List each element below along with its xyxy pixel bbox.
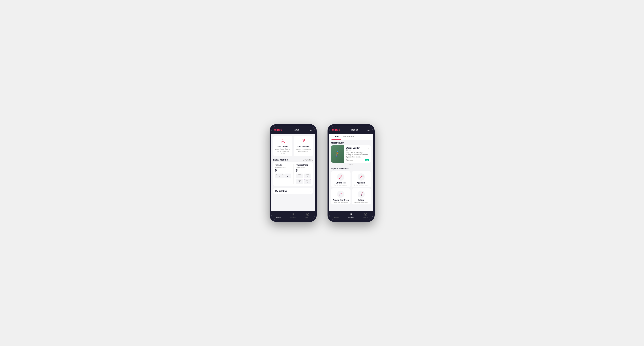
rounds-capture-label: Rounds Capture	[275, 167, 291, 168]
action-cards: Add Round Record your shots in fast or e…	[272, 134, 315, 158]
view-activity-link[interactable]: View Activity	[303, 159, 313, 161]
drill-card-wedge[interactable]: 🏌️ Wedge Ladder 50–100 yds Play 1 shot a…	[331, 145, 371, 163]
skill-name-ott: Off The Tee	[336, 182, 346, 184]
putting-icon	[357, 190, 365, 198]
svg-point-22	[360, 178, 360, 179]
drill-shots: 9 shots	[346, 159, 353, 161]
nav-home-p2[interactable]: ⌂ Home	[329, 213, 344, 218]
content-practice: Most Popular 🏌️ Wedge Ladder 50–100 yds …	[329, 140, 373, 211]
add-practice-desc: Capture your practice off-the-course	[295, 148, 312, 152]
add-round-card[interactable]: Add Round Record your shots in fast or e…	[273, 136, 292, 156]
nav-capture-p2[interactable]: Capture	[358, 213, 373, 218]
skill-approach[interactable]: Approach Dial-in to hit the green	[352, 171, 371, 187]
off-the-tee-icon	[337, 173, 345, 181]
nav-capture[interactable]: Capture	[300, 213, 315, 218]
app-value: 4	[305, 175, 310, 178]
skill-desc-approach: Dial-in to hit the green	[354, 184, 368, 186]
stats-box: Rounds Rounds Capture 0 Tournament 0 Pra…	[273, 162, 313, 186]
skill-name-arg: Around The Green	[333, 199, 349, 201]
nav-activities-label-p2: Activities	[348, 216, 354, 218]
svg-point-26	[337, 190, 344, 198]
nav-home[interactable]: ⌂ Home	[272, 213, 286, 218]
putt-item: PUTT 4	[304, 179, 311, 184]
drills-title: Practice Drills	[296, 164, 311, 166]
dots-indicator	[331, 163, 371, 166]
skill-off-the-tee[interactable]: Off The Tee Power and accuracy	[331, 171, 350, 187]
svg-point-9	[292, 213, 294, 215]
skill-putting[interactable]: Putting Make and lag practice	[352, 188, 371, 204]
phone-home: clippd Home ☰ Add Round Rec	[270, 124, 317, 222]
chevron-right-icon: ›	[310, 189, 311, 192]
ott-label: OTT	[297, 174, 302, 175]
rounds-col: Rounds Rounds Capture 0 Tournament 0 Pra…	[275, 164, 291, 184]
tournament-label: Tournament	[276, 174, 283, 175]
golf-bag-row[interactable]: My Golf Bag ›	[273, 188, 313, 194]
arg-label: ARG	[297, 180, 302, 181]
golf-bag-title: My Golf Bag	[276, 190, 287, 192]
drill-footer: 9 shots APP	[346, 159, 369, 161]
logo-practice: clippd	[332, 128, 340, 131]
putt-value: 4	[305, 181, 310, 183]
bottom-nav-practice: ⌂ Home Activities	[329, 211, 373, 220]
header-title-practice: Practice	[350, 129, 358, 131]
content-home: Add Round Record your shots in fast or e…	[272, 134, 315, 211]
tab-favourites[interactable]: Favourites	[341, 134, 357, 140]
rounds-title: Rounds	[275, 164, 291, 166]
shots-count: 9 shots	[348, 160, 353, 161]
add-round-title: Add Round	[277, 146, 288, 148]
svg-point-16	[337, 173, 344, 180]
skill-areas-title: Explore skill areas	[331, 168, 371, 170]
svg-point-25	[362, 176, 362, 177]
skill-desc-putting: Make and lag practice	[354, 201, 368, 203]
nav-home-label-p2: Home	[334, 216, 338, 218]
app-badge: APP	[365, 159, 369, 161]
nav-home-label: Home	[276, 216, 281, 218]
nav-activities-p2[interactable]: Activities	[344, 213, 358, 218]
menu-icon-home[interactable]: ☰	[310, 128, 312, 131]
logo-home: clippd	[274, 128, 282, 131]
svg-point-17	[339, 178, 340, 179]
practice-tabs: Drills Favourites	[329, 134, 373, 140]
header-practice: clippd Practice ☰	[329, 126, 373, 134]
dot-1	[349, 164, 350, 165]
skill-name-approach: Approach	[357, 182, 366, 184]
header-title-home: Home	[293, 129, 299, 131]
activities-icon-p2	[350, 213, 353, 216]
menu-icon-practice[interactable]: ☰	[367, 128, 370, 131]
drill-title: Wedge Ladder	[346, 147, 369, 149]
most-popular-title: Most Popular	[331, 142, 371, 144]
practice-item: Practice 0	[284, 173, 291, 178]
tab-drills[interactable]: Drills	[332, 134, 341, 140]
practice-value: 0	[286, 175, 290, 178]
svg-point-21	[362, 176, 363, 176]
add-round-desc: Record your shots in fast or enhanced mo…	[275, 148, 291, 155]
skill-desc-arg: Hone your short game	[334, 201, 348, 203]
skill-grid: Off The Tee Power and accuracy	[331, 171, 371, 204]
skill-areas-section: Explore skill areas	[329, 167, 373, 206]
practice-label: Practice	[286, 174, 290, 175]
add-practice-icon	[300, 138, 307, 145]
activity-section-header: Last 3 Months View Activity	[272, 158, 315, 162]
home-icon-p2: ⌂	[336, 213, 338, 216]
svg-point-18	[358, 173, 365, 180]
around-green-icon	[337, 190, 345, 198]
drill-yardage: 50–100 yds	[346, 149, 369, 151]
svg-point-28	[340, 193, 341, 194]
nav-capture-label-p2: Capture	[362, 216, 368, 218]
app-item: APP 4	[304, 173, 311, 178]
star-icon[interactable]: ☆	[367, 147, 369, 149]
add-practice-card[interactable]: Add Practice Capture your practice off-t…	[294, 136, 313, 156]
ott-item: OTT 0	[296, 173, 303, 178]
skill-around-green[interactable]: Around The Green Hone your short game	[331, 188, 350, 204]
most-popular-section: Most Popular 🏌️ Wedge Ladder 50–100 yds …	[329, 140, 373, 167]
drill-image: 🏌️	[331, 145, 344, 163]
svg-marker-2	[282, 139, 283, 140]
drill-desc: Play 1 shot at each target yardage. If y…	[346, 152, 369, 158]
add-round-icon	[280, 138, 286, 145]
nav-capture-label: Capture	[304, 216, 310, 218]
svg-point-24	[361, 177, 361, 177]
nav-activities-label: Activities	[290, 216, 296, 218]
activities-icon	[292, 213, 295, 216]
arg-item: ARG 0	[296, 179, 303, 184]
nav-activities[interactable]: Activities	[286, 213, 300, 218]
